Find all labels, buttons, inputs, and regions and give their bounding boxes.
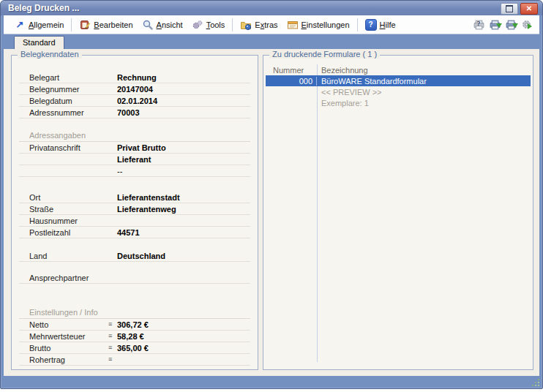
menu-label: Extras bbox=[255, 20, 277, 29]
panel-title-formulare: Zu druckende Formulare ( 1 ) bbox=[269, 50, 380, 59]
tab-standard[interactable]: Standard bbox=[14, 36, 64, 49]
field-label: Hausnummer bbox=[29, 216, 108, 225]
menu-label: Tools bbox=[206, 20, 225, 29]
cell-nummer: 000 bbox=[266, 77, 317, 86]
titlebar[interactable]: Beleg Drucken ... ✕ bbox=[1, 1, 542, 15]
tab-strip: Standard bbox=[4, 34, 539, 49]
field-value: Deutschland bbox=[117, 252, 250, 260]
field-value: 02.01.2014 bbox=[117, 97, 250, 105]
window-title: Beleg Drucken ... bbox=[8, 3, 79, 13]
column-header-bezeichnung[interactable]: Bezeichnung bbox=[317, 66, 368, 75]
column-header-nummer[interactable]: Nummer bbox=[266, 66, 317, 75]
spacer bbox=[13, 177, 256, 192]
field-row: BelegartRechnung bbox=[19, 72, 250, 83]
menu-label: Allgemein bbox=[29, 20, 64, 29]
field-value: Lieferantenweg bbox=[117, 205, 250, 214]
table-row[interactable]: 000BüroWARE Standardformular bbox=[266, 75, 531, 86]
close-icon: ✕ bbox=[526, 5, 532, 12]
field-label: Adressnummer bbox=[29, 108, 108, 117]
field-value: 365,00 € bbox=[117, 344, 250, 353]
field-row: StraßeLieferantenweg bbox=[19, 203, 250, 215]
menu-separator bbox=[71, 18, 72, 31]
field-label: Brutto bbox=[29, 344, 108, 353]
field-value: 44571 bbox=[117, 228, 250, 237]
field-row: Adressnummer70003 bbox=[19, 107, 250, 118]
green-down-arrow-icon bbox=[496, 23, 502, 31]
beleg-drucken-window: Beleg Drucken ... ✕ ↗ Allgemein Bearbeit… bbox=[0, 0, 543, 389]
field-row: Lieferant bbox=[19, 154, 250, 165]
toolbar-right: ? bbox=[473, 18, 539, 31]
field-label: Mehrwertsteuer bbox=[29, 332, 108, 341]
table-row[interactable]: Exemplare: 1 bbox=[266, 97, 531, 108]
menu-ansicht[interactable]: Ansicht bbox=[138, 18, 187, 32]
menu-hilfe[interactable]: ? Hilfe bbox=[361, 18, 400, 32]
field-label: Belegdatum bbox=[29, 97, 108, 105]
green-down-arrow-icon bbox=[512, 23, 518, 31]
field-rows: BelegartRechnungBelegnummer20147004Beleg… bbox=[13, 72, 256, 366]
field-row: Hausnummer bbox=[19, 215, 250, 227]
field-label: Ort bbox=[29, 193, 108, 202]
section-header: Einstellungen / Info bbox=[19, 307, 250, 319]
edit-notebook-icon bbox=[79, 19, 91, 31]
field-row: OrtLieferantenstadt bbox=[19, 192, 250, 203]
field-row: Brutto≡365,00 € bbox=[19, 342, 250, 354]
field-value: Rechnung bbox=[117, 73, 250, 82]
form-export-button[interactable] bbox=[489, 18, 501, 31]
menu-bearbeiten[interactable]: Bearbeiten bbox=[75, 18, 137, 32]
print-help-button[interactable]: ? bbox=[473, 18, 485, 31]
green-right-arrow-icon bbox=[528, 23, 535, 29]
content-area: Belegkenndaten BelegartRechnungBelegnumm… bbox=[4, 49, 539, 376]
maximize-button[interactable] bbox=[501, 3, 518, 15]
field-label: Straße bbox=[29, 205, 108, 214]
menu-allgemein[interactable]: ↗ Allgemein bbox=[10, 18, 68, 32]
settings-window-icon bbox=[287, 19, 299, 31]
form-settings-button[interactable] bbox=[521, 18, 533, 31]
field-row: Belegnummer20147004 bbox=[19, 83, 250, 95]
belegkenndaten-panel: Belegkenndaten BelegartRechnungBelegnumm… bbox=[11, 55, 258, 370]
field-label: Postleitzahl bbox=[29, 228, 108, 237]
field-value: Privat Brutto bbox=[117, 143, 250, 152]
field-row: LandDeutschland bbox=[19, 250, 250, 262]
field-row: Belegdatum02.01.2014 bbox=[19, 95, 250, 107]
maximize-icon bbox=[506, 5, 513, 12]
spacer bbox=[13, 118, 256, 130]
cell-bezeichnung: Exemplare: 1 bbox=[317, 99, 531, 108]
value-marker-icon: ≡ bbox=[108, 344, 117, 351]
menu-separator bbox=[232, 18, 233, 31]
value-marker-icon: ≡ bbox=[108, 333, 117, 339]
spacer bbox=[13, 262, 256, 272]
resize-grip[interactable] bbox=[530, 377, 540, 387]
folder-globe-icon bbox=[240, 19, 252, 31]
menu-einstellungen[interactable]: Einstellungen bbox=[282, 18, 354, 32]
field-value: 58,28 € bbox=[117, 332, 250, 341]
field-label: Belegart bbox=[29, 73, 108, 82]
menu-label: Einstellungen bbox=[302, 20, 350, 29]
field-row: Netto≡306,72 € bbox=[19, 319, 250, 331]
field-label: Ansprechpartner bbox=[29, 274, 108, 282]
cell-bezeichnung: BüroWARE Standardformular bbox=[317, 77, 531, 86]
field-row: Mehrwertsteuer≡58,28 € bbox=[19, 331, 250, 342]
panel-title-belegkenndaten: Belegkenndaten bbox=[18, 50, 82, 59]
field-label: Land bbox=[29, 252, 108, 260]
menu-extras[interactable]: Extras bbox=[236, 18, 282, 32]
menu-bar: ↗ Allgemein Bearbeiten Ansicht Tools bbox=[4, 15, 539, 34]
field-label: Privatanschrift bbox=[29, 143, 108, 152]
close-button[interactable]: ✕ bbox=[520, 3, 538, 15]
gears-icon bbox=[192, 19, 203, 31]
field-value: Lieferant bbox=[117, 155, 250, 164]
field-label: Belegnummer bbox=[29, 85, 108, 94]
menu-separator bbox=[357, 18, 358, 31]
magnifier-icon bbox=[142, 19, 154, 31]
formulare-panel: Zu druckende Formulare ( 1 ) Nummer Beze… bbox=[263, 55, 533, 370]
menu-tools[interactable]: Tools bbox=[187, 18, 230, 32]
cell-bezeichnung: << PREVIEW >> bbox=[317, 88, 531, 97]
form-import-button[interactable] bbox=[505, 18, 517, 31]
menu-label: Bearbeiten bbox=[94, 20, 132, 29]
menu-label: Hilfe bbox=[380, 20, 396, 29]
column-divider bbox=[317, 64, 318, 362]
arrow-up-right-icon: ↗ bbox=[14, 19, 26, 31]
table-row[interactable]: << PREVIEW >> bbox=[266, 86, 531, 97]
window-controls: ✕ bbox=[501, 3, 538, 15]
field-row: Rohertrag≡ bbox=[19, 354, 250, 366]
field-value: 306,72 € bbox=[117, 320, 250, 329]
